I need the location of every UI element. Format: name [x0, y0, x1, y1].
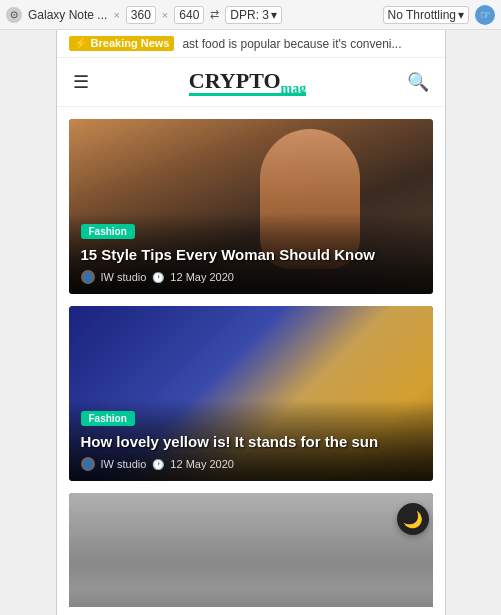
article-card[interactable]: Fashion How lovely yellow is! It stands … — [69, 306, 433, 481]
article-card[interactable]: Fashion 15 Style Tips Every Woman Should… — [69, 119, 433, 294]
cursor-mode-button[interactable]: ☞ — [475, 5, 495, 25]
separator: × — [113, 9, 119, 21]
search-icon[interactable]: 🔍 — [407, 71, 429, 93]
category-badge: Fashion — [81, 224, 135, 239]
breaking-news-bar: ⚡ Breaking News ast food is popular beca… — [57, 30, 445, 58]
breaking-news-label: ⚡ Breaking News — [69, 36, 175, 51]
site-header: ☰ CRYPTOmag 🔍 — [57, 58, 445, 107]
article-overlay: Fashion 15 Style Tips Every Woman Should… — [69, 211, 433, 295]
site-logo[interactable]: CRYPTOmag — [189, 68, 306, 96]
device-viewport: ⚡ Breaking News ast food is popular beca… — [56, 30, 446, 615]
article-date: 12 May 2020 — [170, 458, 234, 470]
clock-icon: 🕐 — [152, 272, 164, 283]
article-date: 12 May 2020 — [170, 271, 234, 283]
articles-list: Fashion 15 Style Tips Every Woman Should… — [57, 107, 445, 607]
rotate-icon[interactable]: ⇄ — [210, 8, 219, 21]
throttle-selector[interactable]: No Throttling ▾ — [383, 6, 469, 24]
dark-mode-toggle[interactable]: 🌙 — [397, 503, 429, 535]
dpr-selector[interactable]: DPR: 3 ▾ — [225, 6, 282, 24]
article-image — [69, 493, 433, 607]
height-input[interactable]: 640 — [174, 6, 204, 24]
author-avatar: 👤 — [81, 457, 95, 471]
browser-favicon: ⊙ — [6, 7, 22, 23]
browser-toolbar: ⊙ Galaxy Note ... × 360 × 640 ⇄ DPR: 3 ▾… — [0, 0, 501, 30]
article-card[interactable] — [69, 493, 433, 607]
breaking-news-text: ast food is popular because it's conveni… — [182, 37, 401, 51]
device-selector[interactable]: Galaxy Note ... — [28, 8, 107, 22]
article-overlay: Fashion How lovely yellow is! It stands … — [69, 398, 433, 482]
hamburger-menu-icon[interactable]: ☰ — [73, 71, 89, 93]
article-meta: 👤 IW studio 🕐 12 May 2020 — [81, 457, 421, 471]
author-name: IW studio — [101, 271, 147, 283]
author-name: IW studio — [101, 458, 147, 470]
category-badge: Fashion — [81, 411, 135, 426]
clock-icon: 🕐 — [152, 459, 164, 470]
article-title: How lovely yellow is! It stands for the … — [81, 432, 421, 452]
author-avatar: 👤 — [81, 270, 95, 284]
logo-text: CRYPTOmag — [189, 68, 306, 97]
article-title: 15 Style Tips Every Woman Should Know — [81, 245, 421, 265]
article-meta: 👤 IW studio 🕐 12 May 2020 — [81, 270, 421, 284]
width-input[interactable]: 360 — [126, 6, 156, 24]
